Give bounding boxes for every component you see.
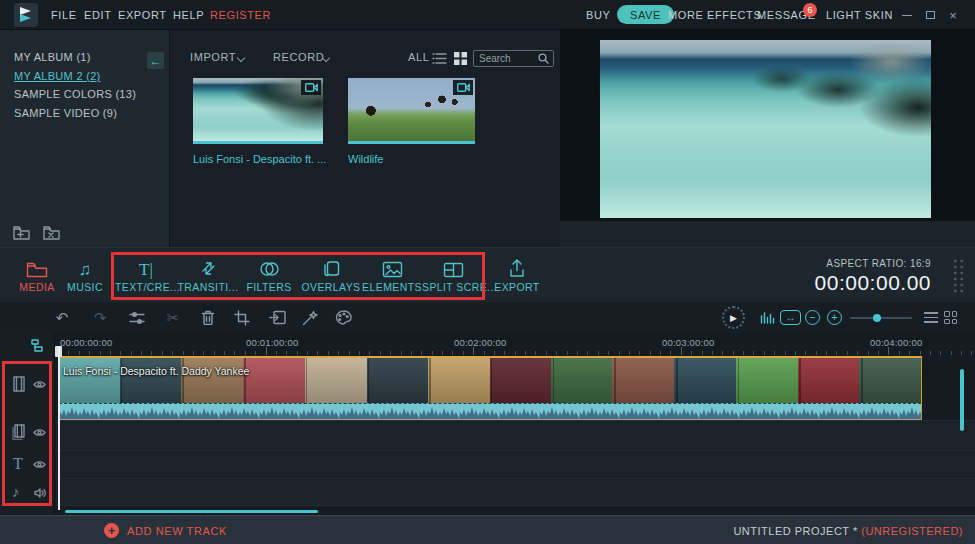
- undo-icon: ↶: [56, 309, 69, 327]
- trash-icon: [201, 310, 215, 325]
- media-item-despacito[interactable]: [193, 78, 323, 144]
- video-editor-window: FILE EDIT EXPORT HELP REGISTER BUY SAVE …: [0, 0, 975, 544]
- effects-wand-button[interactable]: [298, 302, 322, 333]
- menu-register[interactable]: REGISTER: [210, 0, 271, 30]
- tab-export[interactable]: EXPORT: [486, 254, 548, 293]
- playhead-line[interactable]: [58, 346, 60, 510]
- folder-delete-icon: [42, 225, 62, 241]
- delete-album-button[interactable]: [42, 225, 62, 241]
- fit-timeline-button[interactable]: ↔: [780, 310, 801, 325]
- menu-edit[interactable]: EDIT: [84, 0, 111, 30]
- track-size-menu-button[interactable]: [924, 312, 938, 326]
- album-my-album[interactable]: MY ALBUM (1): [14, 51, 91, 63]
- redo-button[interactable]: ↷: [88, 302, 112, 333]
- save-button[interactable]: SAVE: [617, 5, 674, 24]
- crop-icon: [234, 310, 250, 326]
- list-view-icon: [432, 52, 447, 65]
- color-palette-button[interactable]: [331, 302, 355, 333]
- track-layout-button[interactable]: [944, 311, 957, 324]
- timeline-ruler[interactable]: 00:00:00:00 00:01:00:00 00:02:00:00 00:0…: [55, 333, 975, 356]
- add-new-track-button[interactable]: +: [104, 523, 119, 538]
- light-skin-button[interactable]: LIGHT SKIN: [826, 0, 893, 30]
- timeline-clip-despacito[interactable]: Luis Fonsi - Despacito ft. Daddy Yankee: [58, 356, 922, 420]
- import-button[interactable]: IMPORT: [190, 51, 236, 63]
- track-header-column: T ♪: [0, 333, 55, 515]
- left-arrow-icon: ←: [150, 54, 162, 68]
- adjust-button[interactable]: [125, 302, 149, 333]
- menu-file[interactable]: FILE: [51, 0, 77, 30]
- text-track-visibility-toggle[interactable]: [33, 460, 46, 469]
- tab-elements[interactable]: ELEMENTS: [361, 254, 423, 293]
- collapse-sidebar-button[interactable]: ←: [147, 52, 164, 69]
- zoom-handle[interactable]: [873, 314, 881, 322]
- maximize-button[interactable]: [919, 0, 941, 30]
- pip-track-visibility-toggle[interactable]: [33, 428, 46, 437]
- preview-video[interactable]: [600, 40, 931, 218]
- timeline-vertical-scrollbar[interactable]: [960, 369, 964, 431]
- tab-split-screen[interactable]: SPLIT SCRE...: [422, 254, 484, 293]
- tab-music[interactable]: ♫ MUSIC: [54, 254, 116, 293]
- menu-export[interactable]: EXPORT: [118, 0, 167, 30]
- project-name: UNTITLED PROJECT *: [733, 525, 857, 537]
- speed-button[interactable]: [265, 302, 289, 333]
- render-preview-button[interactable]: ▶: [722, 306, 745, 329]
- pip-track-button[interactable]: [10, 424, 27, 440]
- tab-filters[interactable]: FILTERS: [238, 254, 300, 293]
- grid-view-button[interactable]: [454, 52, 467, 65]
- video-track-visibility-toggle[interactable]: [33, 380, 46, 389]
- album-sample-video[interactable]: SAMPLE VIDEO (9): [14, 107, 117, 119]
- sliders-icon: [129, 311, 145, 325]
- list-view-button[interactable]: [432, 52, 447, 65]
- panel-grip-handle[interactable]: [952, 258, 965, 294]
- project-status: UNTITLED PROJECT * (UNREGISTERED): [733, 525, 963, 537]
- undo-button[interactable]: ↶: [50, 302, 74, 333]
- delete-button[interactable]: [196, 302, 220, 333]
- media-item-wildlife[interactable]: [348, 78, 475, 144]
- text-track-button[interactable]: T: [13, 455, 23, 473]
- music-track-mute-toggle[interactable]: [34, 488, 46, 498]
- add-new-track-label[interactable]: ADD NEW TRACK: [127, 525, 227, 537]
- empty-track-rows[interactable]: [56, 420, 975, 505]
- split-screen-icon: [443, 262, 464, 278]
- tab-text-credits[interactable]: T| TEXT/CRE...: [115, 254, 177, 293]
- filter-all-button[interactable]: ALL: [408, 51, 429, 63]
- close-button[interactable]: ×: [942, 0, 964, 30]
- album-my-album-2[interactable]: MY ALBUM 2 (2): [14, 70, 101, 82]
- speaker-icon: [34, 488, 46, 498]
- record-button[interactable]: RECORD: [273, 51, 324, 63]
- redo-icon: ↷: [94, 309, 107, 327]
- audio-mixer-button[interactable]: [756, 302, 780, 333]
- eye-icon: [33, 428, 46, 437]
- music-track-button[interactable]: ♪: [12, 483, 20, 500]
- clip-filmstrip: Luis Fonsi - Despacito ft. Daddy Yankee: [59, 358, 921, 403]
- zoom-in-button[interactable]: +: [827, 310, 842, 325]
- menu-help[interactable]: HELP: [173, 0, 204, 30]
- text-tool-icon: T|: [139, 261, 153, 278]
- app-logo[interactable]: [14, 3, 38, 27]
- video-track-button[interactable]: [12, 376, 26, 392]
- timeline-zoom-slider[interactable]: [850, 317, 912, 319]
- zoom-out-button[interactable]: −: [805, 310, 820, 325]
- timeline-toolbar: ↶ ↷ ✂ ▶ ↔ − +: [0, 302, 975, 333]
- manage-tracks-button[interactable]: [31, 339, 43, 352]
- search-input[interactable]: [474, 53, 538, 64]
- video-file-icon: [301, 80, 321, 95]
- buy-button[interactable]: BUY: [586, 0, 610, 30]
- video-file-icon: [453, 80, 473, 95]
- tab-transitions[interactable]: TRANSITI...: [177, 254, 239, 293]
- album-sample-colors[interactable]: SAMPLE COLORS (13): [14, 88, 136, 100]
- magic-wand-icon: [302, 310, 318, 326]
- add-album-button[interactable]: [12, 225, 32, 241]
- crop-button[interactable]: [230, 302, 254, 333]
- minimize-button[interactable]: [896, 0, 918, 30]
- tab-overlays[interactable]: OVERLAYS: [300, 254, 362, 293]
- split-button[interactable]: ✂: [161, 302, 185, 333]
- overlays-icon: [322, 259, 341, 278]
- maximize-icon: [926, 11, 935, 19]
- waveform-icon: [760, 311, 776, 325]
- unregistered-label: (UNREGISTERED): [861, 525, 963, 537]
- playback-controls: [560, 220, 975, 247]
- aspect-ratio-label: ASPECT RATIO: 16:9: [826, 258, 931, 269]
- more-effects-button[interactable]: MORE EFFECTS: [668, 0, 761, 30]
- timeline-horizontal-scrollbar[interactable]: [65, 510, 318, 513]
